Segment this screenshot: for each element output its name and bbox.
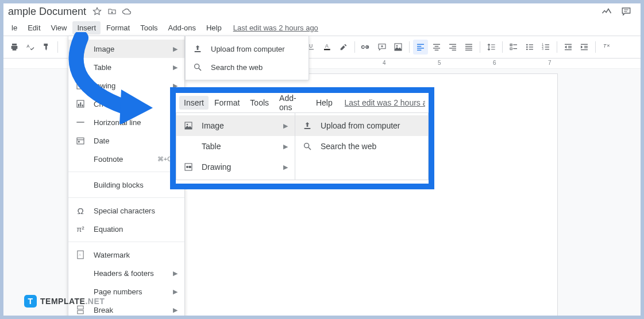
- print-icon[interactable]: [7, 40, 22, 55]
- watermark-badge: T: [24, 295, 37, 308]
- insert-building-blocks-item[interactable]: Building blocks ▶: [68, 176, 184, 194]
- titlebar: ample Document: [3, 3, 641, 20]
- menu-label: Watermark: [94, 251, 178, 259]
- clear-formatting-icon[interactable]: T✕: [599, 40, 614, 55]
- callout-last-edit[interactable]: Last edit was 2 hours ago: [345, 98, 425, 107]
- comment-icon[interactable]: [621, 6, 631, 17]
- insert-special-chars-item[interactable]: Ω Special characters: [68, 201, 184, 220]
- align-justify-icon[interactable]: [461, 40, 476, 55]
- callout-menu-tools[interactable]: Tools: [245, 96, 273, 110]
- insert-date-item[interactable]: Date: [68, 131, 184, 150]
- insert-table-item[interactable]: Table ▶: [68, 58, 184, 76]
- svg-point-56: [78, 84, 80, 87]
- svg-rect-70: [195, 51, 201, 52]
- watermark-icon: A: [75, 250, 86, 260]
- menu-addons[interactable]: Add-ons: [164, 21, 200, 34]
- callout-search-web-item[interactable]: Search the web: [295, 136, 428, 157]
- callout-menu-format[interactable]: Format: [210, 96, 244, 110]
- callout-upload-item[interactable]: Upload from computer: [295, 115, 428, 136]
- bulleted-list-icon[interactable]: [522, 40, 537, 55]
- menu-tools[interactable]: Tools: [136, 21, 162, 34]
- menu-label: rawing: [94, 81, 165, 90]
- svg-line-72: [199, 68, 201, 71]
- blank-icon: [183, 141, 194, 151]
- upload-icon: [302, 120, 313, 131]
- numbered-list-icon[interactable]: 123: [538, 40, 553, 55]
- link-icon[interactable]: [358, 40, 373, 55]
- increase-indent-icon[interactable]: [577, 40, 592, 55]
- star-icon[interactable]: [92, 6, 102, 17]
- menu-label: Drawing: [202, 162, 275, 172]
- insert-image-icon[interactable]: [391, 40, 406, 55]
- last-edit-link[interactable]: Last edit was 2 hours ago: [233, 24, 318, 32]
- blank-icon: [75, 268, 86, 278]
- svg-text:T: T: [603, 43, 607, 49]
- svg-point-10: [396, 45, 398, 47]
- menu-label: Footnote: [94, 155, 149, 164]
- text-color-icon[interactable]: A: [320, 40, 335, 55]
- blank-icon: [75, 154, 86, 164]
- menu-file[interactable]: le: [7, 21, 22, 34]
- menubar: le Edit View Insert Format Tools Add-ons…: [3, 20, 641, 36]
- add-comment-icon[interactable]: [375, 40, 390, 55]
- svg-rect-60: [80, 102, 81, 106]
- callout-menu-addons[interactable]: Add-ons: [275, 91, 310, 114]
- paint-format-icon[interactable]: [39, 40, 54, 55]
- line-spacing-icon[interactable]: [484, 40, 499, 55]
- ruler-mark: 5: [438, 60, 441, 66]
- svg-rect-78: [304, 128, 311, 129]
- callout-table-item[interactable]: Table ▶: [176, 136, 295, 157]
- svg-rect-65: [78, 141, 80, 143]
- menu-edit[interactable]: Edit: [23, 21, 45, 34]
- menu-label: Date: [94, 137, 178, 145]
- menu-label: Horizontal line: [94, 118, 178, 127]
- align-left-icon[interactable]: [413, 40, 428, 55]
- blank-icon: [75, 62, 86, 72]
- svg-text:U: U: [309, 43, 313, 49]
- menu-label: Table: [94, 63, 165, 72]
- svg-text:3: 3: [542, 48, 543, 50]
- callout-image-item[interactable]: Image ▶: [176, 115, 295, 136]
- insert-chart-item[interactable]: Ch ▶: [68, 95, 184, 113]
- svg-rect-29: [510, 48, 512, 49]
- chevron-right-icon: ▶: [283, 164, 288, 171]
- callout-drawing-item[interactable]: Drawing ▶: [176, 157, 295, 177]
- upload-icon: [192, 44, 203, 54]
- activity-icon[interactable]: [601, 6, 612, 17]
- checklist-icon[interactable]: [506, 40, 521, 55]
- svg-text:A: A: [26, 44, 30, 49]
- insert-hline-item[interactable]: Horizontal line: [68, 113, 184, 131]
- svg-rect-77: [189, 166, 191, 168]
- highlight-icon[interactable]: [336, 40, 351, 55]
- cloud-icon[interactable]: [122, 6, 132, 17]
- search-icon: [192, 62, 203, 72]
- decrease-indent-icon[interactable]: [561, 40, 576, 55]
- insert-footnote-item[interactable]: Footnote ⌘+Opt: [68, 150, 184, 168]
- menu-format[interactable]: Format: [102, 21, 134, 34]
- callout-menu-help[interactable]: Help: [311, 96, 337, 110]
- align-right-icon[interactable]: [445, 40, 460, 55]
- svg-point-79: [304, 143, 309, 148]
- menu-view[interactable]: View: [47, 21, 72, 34]
- pi-icon: π²: [75, 224, 86, 234]
- insert-equation-item[interactable]: π² Equation: [68, 220, 184, 238]
- svg-rect-57: [81, 84, 83, 87]
- search-the-web-item[interactable]: Search the web: [186, 58, 308, 76]
- move-folder-icon[interactable]: [107, 6, 117, 17]
- insert-watermark-item[interactable]: A Watermark: [68, 246, 184, 264]
- callout-menu-insert[interactable]: Insert: [179, 96, 209, 110]
- callout-menubar: Insert Format Tools Add-ons Help Last ed…: [176, 93, 429, 112]
- doc-title[interactable]: ample Document: [8, 6, 86, 18]
- menu-insert[interactable]: Insert: [72, 21, 101, 34]
- insert-drawing-item[interactable]: rawing ▶: [68, 76, 184, 95]
- insert-image-item[interactable]: Image ▶: [68, 40, 184, 58]
- upload-from-computer-item[interactable]: Upload from computer: [186, 40, 308, 58]
- insert-headers-footers-item[interactable]: Headers & footers ▶: [68, 264, 184, 282]
- drawing-icon: [183, 162, 194, 172]
- menu-help[interactable]: Help: [202, 21, 226, 34]
- image-icon: [183, 120, 194, 131]
- drawing-icon: [75, 80, 86, 91]
- spellcheck-icon[interactable]: A: [23, 40, 38, 55]
- align-center-icon[interactable]: [429, 40, 444, 55]
- menu-label: Image: [202, 121, 275, 130]
